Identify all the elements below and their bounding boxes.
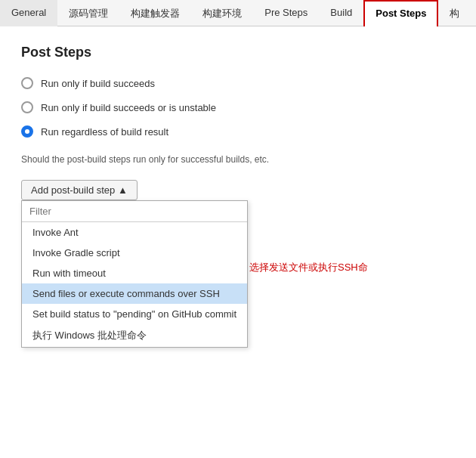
nav-tabs: General 源码管理 构建触发器 构建环境 Pre Steps Build … [0, 0, 476, 26]
add-step-button[interactable]: Add post-build step ▲ [21, 180, 138, 200]
radio-option-1[interactable]: Run only if build succeeds [21, 77, 455, 89]
menu-item-3[interactable]: Run with timeout [22, 263, 247, 283]
radio-group: Run only if build succeeds Run only if b… [21, 77, 455, 138]
radio-circle-1 [21, 77, 33, 89]
radio-circle-3 [21, 125, 33, 138]
tab-source[interactable]: 源码管理 [57, 0, 119, 26]
tab-build[interactable]: Build [319, 0, 363, 26]
page-title: Post Steps [21, 45, 455, 60]
tab-extra[interactable]: 构 [438, 0, 471, 26]
menu-item-2[interactable]: Invoke Gradle script [22, 243, 247, 263]
radio-label-2: Run only if build succeeds or is unstabl… [41, 102, 216, 113]
tab-post-steps[interactable]: Post Steps [363, 0, 438, 26]
filter-input[interactable] [22, 201, 247, 222]
tab-triggers[interactable]: 构建触发器 [119, 0, 191, 26]
dropdown-menu: Invoke Ant Invoke Gradle script Run with… [21, 200, 248, 348]
menu-item-1[interactable]: Invoke Ant [22, 222, 247, 243]
annotation-text: 选择发送文件或执行SSH命 [249, 261, 368, 274]
radio-circle-2 [21, 101, 33, 113]
menu-item-5[interactable]: Set build status to "pending" on GitHub … [22, 304, 247, 324]
main-content: Post Steps Run only if build succeeds Ru… [0, 26, 476, 218]
description-text: Should the post-build steps run only for… [21, 153, 455, 166]
radio-label-3: Run regardless of build result [41, 126, 168, 138]
radio-option-2[interactable]: Run only if build succeeds or is unstabl… [21, 101, 455, 113]
tab-general[interactable]: General [0, 0, 57, 26]
tab-build-env[interactable]: 构建环境 [191, 0, 253, 26]
radio-label-1: Run only if build succeeds [41, 78, 155, 89]
tab-pre-steps[interactable]: Pre Steps [253, 0, 319, 26]
menu-item-6[interactable]: 执行 Windows 批处理命令 [22, 324, 247, 347]
radio-option-3[interactable]: Run regardless of build result [21, 125, 455, 138]
menu-item-4[interactable]: Send files or execute commands over SSH [22, 283, 247, 304]
dropdown-container: Add post-build step ▲ Invoke Ant Invoke … [21, 180, 138, 200]
